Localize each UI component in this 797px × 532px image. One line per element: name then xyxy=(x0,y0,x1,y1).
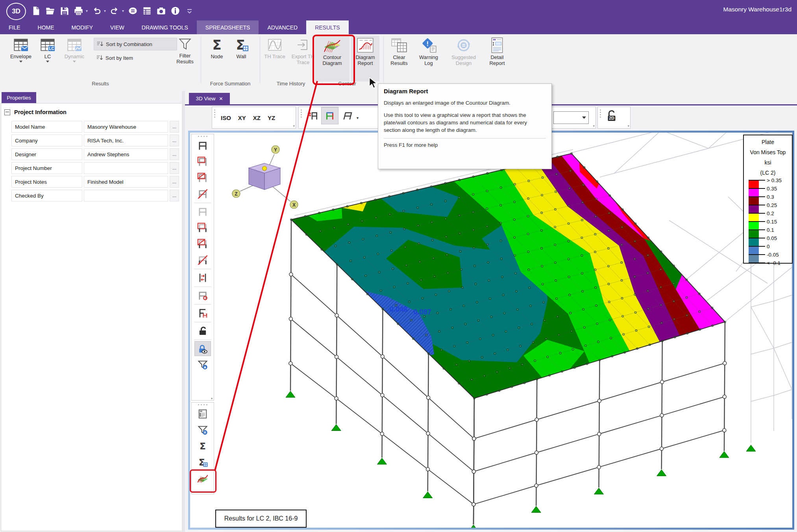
clear-results-button[interactable]: Clear Results xyxy=(386,36,412,81)
frame-dark-slash-icon[interactable] xyxy=(194,187,211,201)
frame-dark-box-icon[interactable] xyxy=(194,154,211,169)
model-canvas[interactable]: 0.0480.087YZX xyxy=(190,133,792,528)
filter-equal-icon[interactable] xyxy=(194,423,211,438)
detail-report-button[interactable]: Detail Report xyxy=(484,36,510,81)
frame-save-icon[interactable] xyxy=(194,306,211,321)
tab-spreadsheets[interactable]: SPREADSHEETS xyxy=(197,20,259,34)
app-logo[interactable]: 3D xyxy=(6,3,26,20)
wall-button[interactable]: Σ Wall xyxy=(230,36,253,81)
spreadsheet-icon[interactable] xyxy=(142,6,152,16)
dropdown-arrow-icon[interactable]: ▾ xyxy=(357,107,359,128)
dropdown-arrow-icon[interactable]: ▾ xyxy=(122,9,124,13)
undo-icon[interactable] xyxy=(91,6,102,16)
expand-icon[interactable]: ▸ xyxy=(211,490,213,494)
selection-combobox[interactable] xyxy=(553,111,589,124)
frame-light-icon[interactable] xyxy=(194,204,211,219)
expand-icon[interactable]: ▸ xyxy=(211,396,213,400)
drag-handle-icon[interactable] xyxy=(192,136,214,137)
tab-advanced[interactable]: ADVANCED xyxy=(259,20,306,34)
tab-home[interactable]: HOME xyxy=(29,20,63,34)
property-value[interactable]: Masonry Warehouse xyxy=(84,121,168,133)
frame-dark-icon[interactable] xyxy=(194,138,211,153)
tab-file[interactable]: FILE xyxy=(0,20,29,34)
close-icon[interactable]: ✕ xyxy=(219,96,223,102)
more-button[interactable]: ... xyxy=(170,176,179,188)
view-button-iso[interactable]: ISO xyxy=(217,110,235,126)
frame-dark-box-slash-icon[interactable] xyxy=(194,170,211,185)
lock-2d-button[interactable]: 2D xyxy=(603,107,620,124)
lock-view-icon[interactable] xyxy=(194,341,211,356)
export-th-trace-button[interactable]: Export TH Trace xyxy=(287,36,319,81)
dropdown-arrow-icon[interactable]: ▾ xyxy=(104,9,106,13)
properties-tab[interactable]: Properties xyxy=(2,92,36,103)
lc-button[interactable]: LC LC xyxy=(38,36,57,81)
filter-results-button[interactable]: Filter Results xyxy=(172,36,198,81)
sort-by-combination-button[interactable]: Sort by Combination xyxy=(94,38,177,50)
member-frame-arrows-button[interactable] xyxy=(304,107,321,124)
tab-modify[interactable]: MODIFY xyxy=(63,20,102,34)
contour-mini-icon[interactable] xyxy=(194,471,211,486)
view-button-xz[interactable]: XZ xyxy=(250,110,264,126)
frame-gear-icon[interactable] xyxy=(194,288,211,303)
frame-light-slash-icon[interactable] xyxy=(194,253,211,268)
property-value[interactable]: RISA Tech, Inc. xyxy=(84,135,168,146)
unlock-icon[interactable] xyxy=(194,323,211,338)
toggle-pill-icon[interactable] xyxy=(128,6,138,16)
drag-handle-icon[interactable] xyxy=(301,109,302,128)
diagram-report-button[interactable]: Diagram Report xyxy=(351,36,379,81)
more-button[interactable]: ... xyxy=(170,135,179,146)
expand-icon[interactable]: ▾ xyxy=(293,124,295,128)
contour-diagram-button[interactable]: Contour Diagram xyxy=(315,36,349,81)
warning-log-button[interactable]: ! Warning Log xyxy=(414,36,443,81)
ribbon-tabs: FILEHOMEMODIFYVIEWDRAWING TOOLSSPREADSHE… xyxy=(0,20,797,34)
info-icon[interactable] xyxy=(170,6,181,16)
report-page-icon[interactable] xyxy=(194,406,211,421)
collapse-icon[interactable] xyxy=(4,109,10,115)
suggested-design-button[interactable]: Suggested Design xyxy=(446,36,482,81)
filter-apply-icon[interactable] xyxy=(194,357,211,372)
customize-toolbar-icon[interactable] xyxy=(184,6,195,16)
sum-icon[interactable]: Σ xyxy=(194,439,211,454)
view-tab-3d[interactable]: 3D View ✕ xyxy=(189,93,230,104)
open-folder-icon[interactable] xyxy=(45,6,55,16)
dropdown-arrow-icon[interactable]: ▾ xyxy=(86,9,88,13)
more-button[interactable]: ... xyxy=(170,162,179,174)
member-frame-italic-button[interactable] xyxy=(338,107,356,124)
project-information-header[interactable]: Project Information xyxy=(4,109,67,115)
more-button[interactable]: ... xyxy=(170,148,179,160)
print-icon[interactable] xyxy=(73,6,84,16)
property-value[interactable]: Andrew Stephens xyxy=(84,148,168,160)
camera-icon[interactable] xyxy=(156,6,166,16)
member-frame-color-button[interactable] xyxy=(321,107,338,124)
dropdown-arrow-icon[interactable] xyxy=(19,61,22,63)
dropdown-arrow-icon[interactable] xyxy=(46,61,49,63)
drag-handle-icon[interactable] xyxy=(600,109,601,128)
more-button[interactable]: ... xyxy=(170,121,179,133)
drag-handle-icon[interactable] xyxy=(214,109,216,128)
sum-window-icon[interactable]: Σ xyxy=(194,455,211,470)
expand-icon[interactable]: ▾ xyxy=(627,124,629,128)
save-icon[interactable] xyxy=(59,6,70,16)
distributed-load-icon[interactable] xyxy=(194,270,211,285)
expand-icon[interactable]: ▾ xyxy=(593,124,595,128)
property-value[interactable]: Finished Model xyxy=(84,176,168,188)
property-value[interactable] xyxy=(84,190,168,201)
view-button-yz[interactable]: YZ xyxy=(264,110,279,126)
redo-icon[interactable] xyxy=(109,6,120,16)
svg-text:2D: 2D xyxy=(609,116,614,120)
view-button-xy[interactable]: XY xyxy=(235,110,250,126)
tab-view[interactable]: VIEW xyxy=(102,20,133,34)
node-button[interactable]: Σ Node xyxy=(205,36,228,81)
property-value[interactable] xyxy=(84,162,168,174)
frame-light-box-slash-icon[interactable] xyxy=(194,236,211,251)
envelope-button[interactable]: Envelope xyxy=(7,36,35,81)
drag-handle-icon[interactable] xyxy=(192,404,214,405)
sort-by-item-button[interactable]: Sort by Item xyxy=(94,52,157,64)
dynamic-button[interactable]: Dynamic xyxy=(60,36,89,81)
new-file-icon[interactable] xyxy=(31,6,41,16)
frame-light-box-icon[interactable] xyxy=(194,220,211,235)
tab-results[interactable]: RESULTS xyxy=(306,20,349,34)
th-trace-button[interactable]: TH Trace xyxy=(264,36,286,81)
tab-drawing-tools[interactable]: DRAWING TOOLS xyxy=(133,20,197,34)
more-button[interactable]: ... xyxy=(170,190,179,201)
